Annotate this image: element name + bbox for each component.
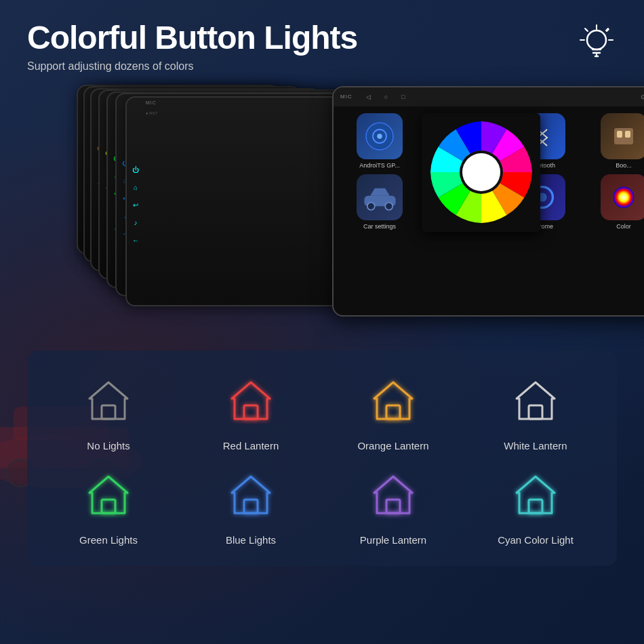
svg-point-24 (613, 186, 635, 207)
svg-point-5 (587, 31, 606, 49)
nav-square[interactable]: □ (401, 94, 405, 100)
title-section: Colorful Button Lights Support adjusting… (27, 20, 357, 73)
orange-lantern-label: Orange Lantern (357, 440, 428, 451)
svg-rect-17 (625, 131, 630, 138)
left-buttons-1: ⏻ ⌂ ↩ ♪ ← (131, 165, 140, 245)
app-grid: AndroiTS GP... APK Inst... (334, 106, 644, 237)
svg-point-20 (385, 202, 393, 209)
header: Colorful Button Lights Support adjusting… (27, 20, 617, 73)
house-icon-red (220, 371, 281, 432)
svg-rect-33 (102, 500, 115, 513)
svg-rect-29 (102, 405, 115, 419)
app-color-label: Color (616, 223, 631, 230)
red-lantern-label: Red Lantern (223, 440, 279, 451)
light-option-red[interactable]: Red Lantern (183, 371, 319, 451)
device-showcase: ⏻ ⌂ ↩ ♪ ← ⏻ ⌂ ↩ ♪ ← ⏻ ⌂ (27, 86, 617, 330)
light-option-cyan[interactable]: Cyan Color Light (468, 465, 603, 546)
color-wheel-popup[interactable] (422, 113, 540, 232)
main-screen: MIC ◁ ○ □ ⊙ ≡ An (332, 86, 644, 317)
svg-rect-35 (386, 500, 400, 513)
svg-line-9 (585, 28, 587, 31)
light-option-white[interactable]: White Lantern (468, 371, 603, 451)
mic-bar-label: MIC (340, 94, 353, 100)
house-icon-white (505, 371, 566, 432)
bulb-icon (576, 24, 617, 64)
purple-lantern-label: Purple Lantern (360, 534, 426, 546)
light-option-purple[interactable]: Purple Lantern (325, 465, 461, 546)
light-options-grid: No Lights Red Lantern (41, 371, 603, 546)
svg-rect-30 (244, 405, 258, 419)
rst-label: ● RST (146, 111, 157, 115)
app-androits-label: AndroiTS GP... (359, 162, 399, 169)
svg-point-28 (462, 153, 500, 191)
mic-label: MIC (146, 100, 157, 105)
main-title: Colorful Button Lights (27, 20, 357, 56)
light-option-green[interactable]: Green Lights (41, 465, 176, 546)
house-icon-purple (363, 465, 424, 526)
house-icon-orange (363, 371, 424, 432)
blue-lights-label: Blue Lights (226, 534, 276, 546)
svg-rect-36 (529, 500, 542, 513)
green-lights-label: Green Lights (79, 534, 138, 546)
white-lantern-label: White Lantern (504, 440, 567, 451)
app-boo-label: Boo... (616, 162, 632, 169)
app-car-settings-label: Car settings (363, 223, 396, 230)
svg-point-13 (377, 134, 382, 139)
no-lights-label: No Lights (87, 440, 129, 451)
app-androits[interactable]: AndroiTS GP... (342, 113, 418, 169)
light-option-blue[interactable]: Blue Lights (183, 465, 319, 546)
svg-rect-31 (386, 405, 400, 419)
nav-home[interactable]: ○ (384, 94, 388, 100)
app-boo[interactable]: Boo... (586, 113, 644, 169)
cyan-color-light-label: Cyan Color Light (498, 534, 573, 546)
app-car-settings[interactable]: Car settings (342, 174, 418, 230)
color-wheel-svg (427, 118, 536, 226)
svg-rect-34 (244, 500, 258, 513)
svg-rect-16 (617, 131, 622, 138)
house-icon-cyan (505, 465, 566, 526)
svg-rect-32 (529, 405, 542, 419)
light-option-orange[interactable]: Orange Lantern (325, 371, 461, 451)
nav-back[interactable]: ◁ (366, 94, 371, 100)
svg-point-19 (367, 202, 374, 209)
top-bar: MIC ◁ ○ □ ⊙ ≡ (334, 87, 644, 106)
page-container: Colorful Button Lights Support adjusting… (0, 0, 644, 586)
house-icon-no-lights (78, 371, 139, 432)
subtitle: Support adjusting dozens of colors (27, 60, 357, 73)
app-color[interactable]: Color (586, 174, 644, 230)
nav-dot[interactable]: ⊙ (641, 94, 644, 100)
house-icon-green (78, 465, 139, 526)
light-option-no-lights[interactable]: No Lights (41, 371, 176, 451)
house-icon-blue (220, 465, 281, 526)
bottom-light-section: No Lights Red Lantern (27, 350, 617, 566)
